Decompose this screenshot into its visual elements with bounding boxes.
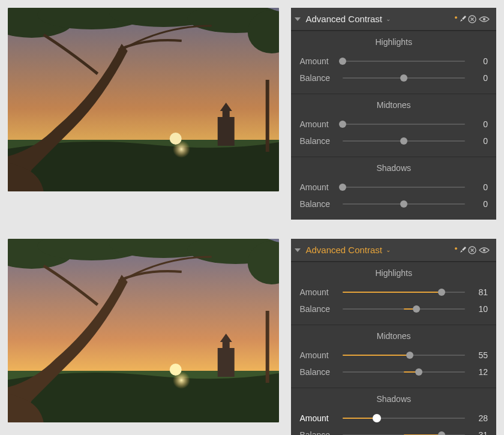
- slider[interactable]: [343, 349, 465, 361]
- slider[interactable]: [343, 198, 465, 210]
- slider[interactable]: [343, 412, 465, 424]
- slider-value[interactable]: 0: [471, 119, 488, 129]
- slider[interactable]: [343, 303, 465, 315]
- panel-title: Advanced Contrast: [305, 245, 382, 255]
- slider-value[interactable]: 0: [471, 199, 488, 209]
- brush-icon[interactable]: ●: [454, 247, 466, 254]
- slider-thumb[interactable]: [438, 431, 445, 435]
- slider-label: Balance: [299, 199, 337, 209]
- slider-group: ShadowsAmount0Balance0: [291, 157, 496, 220]
- slider-value[interactable]: 0: [471, 136, 488, 146]
- slider-group: MidtonesAmount0Balance0: [291, 94, 496, 157]
- group-title: Highlights: [299, 37, 488, 47]
- eye-icon[interactable]: [478, 247, 490, 254]
- group-title: Midtones: [299, 100, 488, 110]
- slider-group: ShadowsAmount28Balance31: [291, 388, 496, 435]
- slider-label: Amount: [299, 182, 337, 192]
- chevron-down-icon[interactable]: ⌄: [386, 247, 391, 253]
- image-preview: [8, 8, 279, 191]
- panel-header[interactable]: Advanced Contrast ⌄ ●: [291, 239, 496, 262]
- slider-row: Balance31: [299, 427, 488, 435]
- group-title: Shadows: [299, 163, 488, 173]
- slider-label: Balance: [299, 136, 337, 146]
- slider-thumb[interactable]: [373, 414, 381, 422]
- svg-point-3: [170, 133, 182, 145]
- slider-thumb[interactable]: [400, 200, 407, 208]
- slider-label: Amount: [299, 413, 337, 423]
- reset-icon[interactable]: [466, 245, 478, 255]
- advanced-contrast-panel: Advanced Contrast ⌄ ● HighlightsAmount81…: [291, 239, 496, 435]
- group-title: Highlights: [299, 268, 488, 278]
- slider[interactable]: [343, 72, 465, 84]
- slider-row: Amount0: [299, 179, 488, 196]
- slider-group: MidtonesAmount55Balance12: [291, 325, 496, 388]
- svg-point-15: [170, 364, 182, 376]
- svg-point-23: [483, 248, 485, 251]
- slider-row: Amount55: [299, 347, 488, 364]
- slider-group: HighlightsAmount0Balance0: [291, 31, 496, 94]
- slider-thumb[interactable]: [400, 74, 407, 82]
- slider-thumb[interactable]: [339, 58, 346, 65]
- slider[interactable]: [343, 181, 465, 193]
- slider-row: Balance0: [299, 70, 488, 86]
- slider[interactable]: [343, 135, 465, 147]
- advanced-contrast-panel: Advanced Contrast ⌄ ● HighlightsAmount0B…: [291, 8, 496, 220]
- group-title: Midtones: [299, 331, 488, 341]
- slider-label: Balance: [299, 430, 337, 435]
- slider-value[interactable]: 81: [471, 287, 488, 297]
- slider-thumb[interactable]: [339, 184, 346, 191]
- slider[interactable]: [343, 118, 465, 130]
- slider-thumb[interactable]: [438, 289, 445, 296]
- slider-thumb[interactable]: [413, 305, 420, 313]
- slider-thumb[interactable]: [400, 137, 407, 145]
- slider-thumb[interactable]: [406, 352, 413, 359]
- slider-row: Balance10: [299, 301, 488, 317]
- brush-icon[interactable]: ●: [454, 16, 466, 23]
- slider[interactable]: [343, 286, 465, 298]
- slider-row: Amount28: [299, 410, 488, 427]
- slider-value[interactable]: 12: [471, 367, 488, 377]
- slider-label: Balance: [299, 73, 337, 83]
- slider-label: Amount: [299, 119, 337, 129]
- slider-thumb[interactable]: [339, 121, 346, 128]
- svg-rect-9: [266, 80, 269, 152]
- slider-label: Balance: [299, 367, 337, 377]
- slider[interactable]: [343, 366, 465, 378]
- slider-label: Balance: [299, 304, 337, 314]
- slider-value[interactable]: 28: [471, 413, 488, 423]
- group-title: Shadows: [299, 394, 488, 404]
- slider[interactable]: [343, 55, 465, 67]
- slider-label: Amount: [299, 56, 337, 66]
- svg-point-11: [483, 17, 485, 20]
- slider-value[interactable]: 31: [471, 430, 488, 435]
- slider-value[interactable]: 55: [471, 350, 488, 360]
- svg-rect-21: [266, 311, 269, 383]
- slider-value[interactable]: 0: [471, 182, 488, 192]
- slider-row: Amount0: [299, 116, 488, 133]
- disclosure-triangle-icon[interactable]: [295, 17, 301, 21]
- panel-title: Advanced Contrast: [305, 14, 382, 24]
- eye-icon[interactable]: [478, 16, 490, 23]
- slider-value[interactable]: 0: [471, 73, 488, 83]
- slider-group: HighlightsAmount81Balance10: [291, 262, 496, 325]
- chevron-down-icon[interactable]: ⌄: [386, 16, 391, 22]
- slider-row: Amount0: [299, 53, 488, 70]
- slider-row: Amount81: [299, 284, 488, 301]
- slider-row: Balance0: [299, 133, 488, 149]
- slider-row: Balance12: [299, 364, 488, 380]
- slider-row: Balance0: [299, 196, 488, 212]
- slider-value[interactable]: 10: [471, 304, 488, 314]
- reset-icon[interactable]: [466, 14, 478, 24]
- slider-thumb[interactable]: [415, 368, 422, 376]
- slider[interactable]: [343, 429, 465, 435]
- disclosure-triangle-icon[interactable]: [295, 248, 301, 252]
- slider-value[interactable]: 0: [471, 56, 488, 66]
- panel-header[interactable]: Advanced Contrast ⌄ ●: [291, 8, 496, 31]
- slider-label: Amount: [299, 350, 337, 360]
- image-preview: [8, 239, 279, 422]
- slider-label: Amount: [299, 287, 337, 297]
